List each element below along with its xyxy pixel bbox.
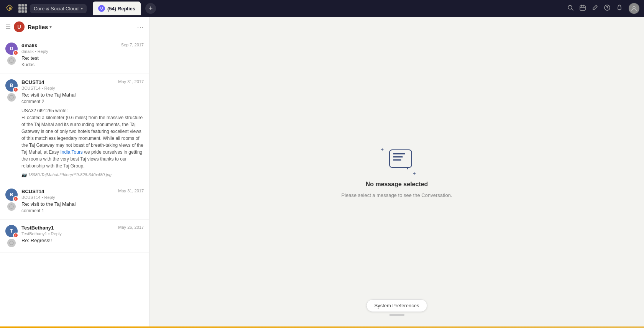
tab-bar: U (54) Replies [93, 2, 141, 15]
app-logo [5, 3, 15, 14]
hamburger-icon[interactable]: ☰ [5, 23, 11, 31]
user-avatar[interactable] [629, 3, 639, 14]
chat-line-2 [393, 156, 403, 157]
message-subject: Re: Regress!! [21, 238, 144, 243]
avatar: T ! [5, 225, 18, 237]
right-panel: + + No message selected Please select a … [150, 17, 644, 326]
reply-thread-avatar [7, 239, 16, 247]
brand-selector[interactable]: Core & Social Cloud ▾ [30, 4, 87, 13]
message-header: BCUST14 May 31, 2017 [21, 79, 144, 85]
message-quote: USA327491265 wrote: FLocated a kilometer… [21, 107, 144, 169]
drag-handle [389, 314, 404, 316]
main-layout: ☰ U Replies ▾ ⋯ D ! [0, 17, 644, 326]
list-item[interactable]: D ! dmalik Sep 7, 2017 dmalik • Reply [0, 37, 149, 74]
list-item[interactable]: T ! TestBethany1 May 26, 2017 TestBethan [0, 220, 149, 253]
chat-bubble-lines [390, 150, 411, 164]
message-content: BCUST14 May 31, 2017 BCUST14 • Reply Re:… [21, 79, 144, 177]
avatar-status-badge: ! [13, 87, 18, 92]
svg-point-8 [607, 9, 607, 9]
plus-decoration-right: + [413, 170, 416, 176]
message-content: TestBethany1 May 26, 2017 TestBethany1 •… [21, 225, 144, 247]
avatar-column: B ! [5, 79, 18, 177]
message-date: May 31, 2017 [118, 79, 144, 84]
notification-icon[interactable] [616, 5, 623, 12]
message-author: TestBethany1 [21, 225, 54, 231]
avatar: D ! [5, 43, 18, 55]
svg-line-2 [572, 9, 573, 10]
avatar: B ! [5, 189, 18, 201]
message-author: BCUST14 [21, 79, 44, 85]
tab-label: (54) Replies [107, 6, 135, 11]
svg-point-12 [10, 205, 13, 208]
help-icon[interactable] [604, 5, 610, 12]
message-date: May 26, 2017 [118, 225, 144, 230]
svg-point-0 [9, 7, 11, 10]
replies-tab[interactable]: U (54) Replies [93, 2, 141, 15]
panel-header: ☰ U Replies ▾ ⋯ [0, 17, 149, 37]
add-tab-button[interactable]: + [145, 3, 156, 14]
top-bar-right [567, 3, 639, 14]
message-subject: Re: visit to the Taj Mahal [21, 201, 144, 207]
message-subject: Re: test [21, 55, 144, 61]
brand-label: Core & Social Cloud [34, 6, 79, 11]
message-author: dmalik [21, 43, 37, 48]
no-message-title: No message selected [366, 181, 428, 188]
message-content: BCUST14 May 31, 2017 BCUST14 • Reply Re:… [21, 189, 144, 214]
chat-icon-wrapper: + + [378, 146, 416, 176]
brand-chevron: ▾ [81, 7, 83, 11]
list-item[interactable]: B ! BCUST14 May 31, 2017 BCUST14 • Reply [0, 74, 149, 183]
reply-thread-avatar [7, 93, 16, 102]
no-message-subtitle: Please select a message to see the Conve… [341, 192, 452, 198]
message-header: dmalik Sep 7, 2017 [21, 43, 144, 48]
no-message-state: + + No message selected Please select a … [341, 146, 452, 198]
image-attachment: 📷 18680-TajMahal-**bleep**9-828-640x480.… [21, 172, 144, 177]
message-date: Sep 7, 2017 [121, 43, 144, 47]
tab-avatar: U [98, 5, 105, 12]
panel-title[interactable]: Replies ▾ [28, 24, 52, 30]
reply-thread-avatar [7, 56, 16, 65]
message-meta: TestBethany1 • Reply [21, 231, 144, 236]
list-item[interactable]: B ! BCUST14 May 31, 2017 BCUST14 • Reply [0, 183, 149, 220]
svg-point-9 [633, 7, 635, 9]
plus-decoration-left: + [381, 146, 384, 153]
panel-logo: U [14, 21, 25, 32]
svg-rect-3 [580, 6, 585, 10]
svg-point-11 [10, 95, 13, 99]
chat-line-1 [393, 153, 405, 154]
panel-title-chevron: ▾ [49, 25, 52, 30]
avatar-column: B ! [5, 189, 18, 214]
edit-icon[interactable] [592, 5, 598, 12]
grid-menu-icon[interactable] [18, 4, 27, 13]
chat-line-3 [393, 159, 401, 161]
system-preferences-button[interactable]: System Preferences [366, 299, 427, 312]
avatar-column: D ! [5, 43, 18, 68]
message-subject: Re: visit to the Taj Mahal [21, 92, 144, 98]
avatar-column: T ! [5, 225, 18, 247]
avatar-status-badge: ! [13, 196, 18, 202]
india-tours-link[interactable]: India Tours [60, 149, 82, 155]
reply-thread-avatar [7, 202, 16, 211]
message-body: comment 1 [21, 208, 144, 214]
chat-bubble-icon [389, 149, 412, 168]
svg-point-13 [10, 241, 13, 245]
calendar-icon[interactable] [580, 5, 586, 12]
svg-point-10 [10, 59, 13, 62]
left-panel: ☰ U Replies ▾ ⋯ D ! [0, 17, 150, 326]
message-header: TestBethany1 May 26, 2017 [21, 225, 144, 231]
message-meta: dmalik • Reply [21, 49, 144, 54]
bottom-accent-bar [0, 326, 644, 328]
message-meta: BCUST14 • Reply [21, 195, 144, 200]
top-bar: Core & Social Cloud ▾ U (54) Replies + [0, 0, 644, 17]
search-icon[interactable] [567, 5, 573, 12]
message-list: D ! dmalik Sep 7, 2017 dmalik • Reply [0, 37, 149, 326]
avatar: B ! [5, 79, 18, 92]
message-header: BCUST14 May 31, 2017 [21, 189, 144, 194]
system-prefs-bar: System Preferences [366, 299, 427, 316]
panel-more-button[interactable]: ⋯ [137, 23, 144, 31]
avatar-status-badge: ! [13, 50, 18, 56]
message-author: BCUST14 [21, 189, 44, 194]
message-content: dmalik Sep 7, 2017 dmalik • Reply Re: te… [21, 43, 144, 68]
message-body: comment 2 [21, 98, 144, 105]
top-bar-left: Core & Social Cloud ▾ U (54) Replies + [5, 2, 567, 15]
message-meta: BCUST14 • Reply [21, 86, 144, 90]
